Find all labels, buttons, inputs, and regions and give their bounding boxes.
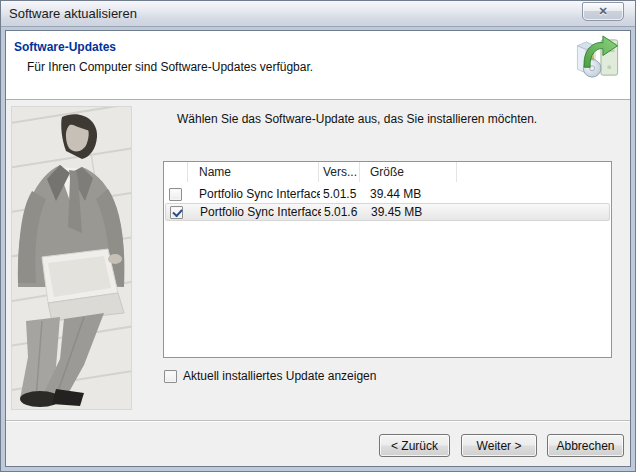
dialog-content: Software-Updates Für Ihren Computer sind… (5, 30, 631, 467)
window-title: Software aktualisieren (9, 6, 137, 21)
header-banner: Software-Updates Für Ihren Computer sind… (6, 31, 630, 100)
back-button[interactable]: < Zurück (379, 434, 450, 457)
update-row-1[interactable]: Portfolio Sync Interface 5.01.5 39.44 MB (165, 185, 610, 203)
show-installed-option[interactable]: Aktuell installiertes Update anzeigen (164, 369, 376, 383)
cancel-button[interactable]: Abbrechen (547, 434, 624, 457)
update-1-size: 39.44 MB (361, 187, 458, 201)
banner-title: Software-Updates (14, 40, 116, 54)
column-header-size[interactable]: Größe (360, 162, 457, 182)
show-installed-label: Aktuell installiertes Update anzeigen (183, 369, 376, 383)
update-2-size: 39.45 MB (362, 205, 459, 219)
title-bar[interactable]: Software aktualisieren ✕ (1, 1, 635, 27)
software-update-icon (574, 34, 622, 81)
update-1-version: 5.01.5 (320, 187, 361, 201)
column-header-name[interactable]: Name (188, 162, 319, 182)
close-button[interactable]: ✕ (582, 2, 624, 21)
column-header-filler (457, 162, 611, 182)
footer-separator (6, 420, 630, 422)
instruction-text: Wählen Sie das Software-Update aus, das … (177, 112, 537, 126)
businessman-photo (12, 107, 131, 409)
update-2-checkbox[interactable] (170, 206, 183, 219)
update-row-2[interactable]: Portfolio Sync Interface 5.01.6 39.45 MB (165, 203, 610, 221)
update-1-checkbox[interactable] (169, 188, 182, 201)
update-2-name: Portfolio Sync Interface (190, 205, 321, 219)
column-header-version[interactable]: Vers... (319, 162, 360, 182)
update-1-name: Portfolio Sync Interface (189, 187, 320, 201)
software-update-dialog: Software aktualisieren ✕ Software-Update… (0, 0, 636, 472)
column-header-checkbox[interactable] (164, 162, 188, 182)
banner-subtitle: Für Ihren Computer sind Software-Updates… (27, 60, 313, 74)
list-header: Name Vers... Größe (164, 162, 611, 182)
close-icon: ✕ (598, 5, 607, 18)
show-installed-checkbox[interactable] (164, 370, 177, 383)
update-2-version: 5.01.6 (321, 205, 362, 219)
next-button[interactable]: Weiter > (461, 434, 537, 457)
update-list[interactable]: Name Vers... Größe Portfolio Sync Interf… (163, 161, 612, 358)
